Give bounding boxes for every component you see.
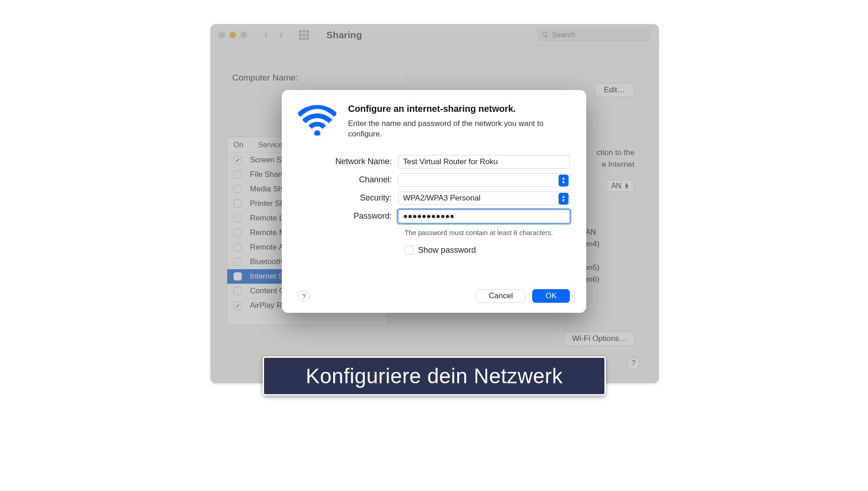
all-prefs-icon[interactable] [299, 30, 309, 40]
close-window-icon[interactable] [219, 32, 225, 38]
search-input[interactable]: Search [537, 28, 651, 42]
service-checkbox[interactable] [234, 185, 242, 193]
network-name-input[interactable] [398, 155, 570, 169]
service-checkbox[interactable] [234, 301, 242, 310]
service-checkbox[interactable] [234, 200, 242, 208]
nav-arrows: ‹ › [264, 28, 283, 42]
search-placeholder: Search [552, 31, 575, 39]
search-icon [542, 31, 549, 38]
password-label: Password: [298, 211, 398, 221]
channel-select[interactable]: ▲▼ [398, 173, 570, 187]
computer-name-field[interactable] [306, 71, 406, 84]
security-label: Security: [298, 193, 398, 203]
computer-name-label: Computer Name: [232, 73, 298, 83]
window-titlebar: ‹ › Sharing Search [210, 24, 659, 46]
service-checkbox[interactable] [234, 170, 242, 179]
configure-network-sheet: Configure an internet-sharing network. E… [282, 90, 586, 313]
computer-name-row: Computer Name: [232, 71, 643, 84]
service-checkbox[interactable] [234, 272, 242, 281]
minimize-window-icon[interactable] [229, 32, 236, 38]
caption-banner: Konfiguriere dein Netzwerk [263, 356, 606, 396]
service-checkbox[interactable] [234, 156, 242, 164]
wifi-options-button[interactable]: Wi-Fi Options… [564, 331, 634, 346]
channel-label: Channel: [298, 175, 398, 185]
chevron-updown-icon: ▲▼ [624, 183, 629, 189]
show-password-label: Show password [418, 246, 476, 255]
share-from-select[interactable]: AN ▲▼ [606, 180, 634, 192]
show-password-row[interactable]: Show password [404, 246, 570, 255]
service-checkbox[interactable] [234, 229, 242, 237]
zoom-window-icon[interactable] [240, 32, 247, 38]
password-input[interactable] [398, 210, 570, 223]
column-service: Service [253, 141, 282, 149]
window-title: Sharing [326, 30, 362, 40]
sheet-subtitle: Enter the name and password of the netwo… [348, 119, 548, 140]
sheet-title: Configure an internet-sharing network. [348, 104, 548, 114]
service-checkbox[interactable] [234, 243, 242, 251]
cancel-button[interactable]: Cancel [476, 289, 526, 303]
security-select[interactable]: WPA2/WPA3 Personal ▲▼ [398, 191, 570, 205]
network-name-label: Network Name: [298, 157, 398, 166]
sheet-help-button[interactable]: ? [298, 290, 310, 302]
password-hint: The password must contain at least 8 cha… [404, 229, 570, 236]
help-button[interactable]: ? [627, 357, 640, 370]
wifi-icon [298, 104, 336, 135]
service-checkbox[interactable] [234, 258, 242, 266]
show-password-checkbox[interactable] [404, 246, 414, 255]
edit-button[interactable]: Edit… [594, 83, 634, 97]
forward-icon[interactable]: › [279, 28, 283, 42]
service-checkbox[interactable] [234, 287, 242, 295]
ok-button[interactable]: OK [532, 289, 570, 303]
back-icon[interactable]: ‹ [264, 28, 268, 42]
column-on: On [227, 141, 253, 149]
chevron-updown-icon: ▲▼ [559, 193, 569, 205]
traffic-lights [219, 32, 247, 38]
chevron-updown-icon: ▲▼ [559, 175, 569, 186]
service-checkbox[interactable] [234, 214, 242, 222]
